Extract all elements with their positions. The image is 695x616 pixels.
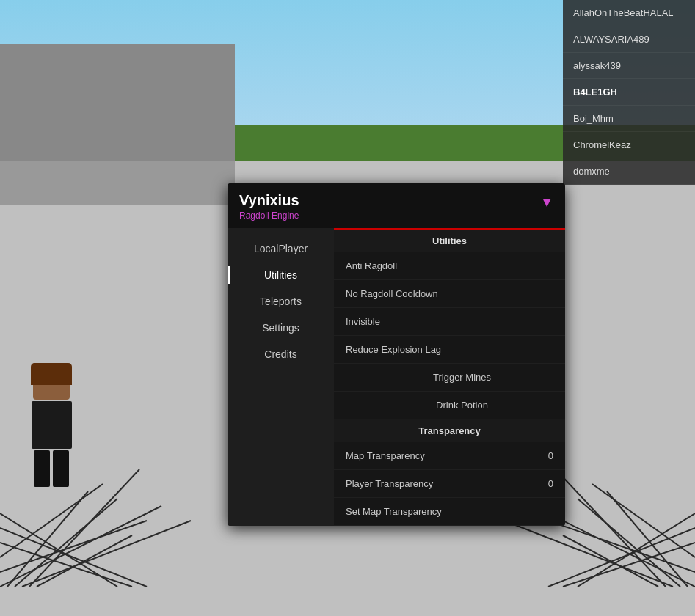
- map-transparency-value[interactable]: 0: [548, 450, 553, 461]
- svg-line-5: [0, 506, 161, 587]
- menu-subtitle: Ragdoll Engine: [239, 210, 299, 221]
- svg-line-11: [578, 499, 680, 587]
- stairs: [0, 44, 235, 205]
- menu-body: LocalPlayer Utilities Teleports Settings…: [228, 228, 565, 526]
- menu-dropdown-button[interactable]: ▼: [540, 195, 553, 210]
- svg-line-12: [592, 484, 695, 557]
- menu-sidebar: LocalPlayer Utilities Teleports Settings…: [228, 228, 334, 526]
- sidebar-item-teleports[interactable]: Teleports: [228, 288, 334, 315]
- player-list-item[interactable]: domxme: [563, 158, 695, 185]
- player-list-item[interactable]: alyssak439: [563, 53, 695, 79]
- player-list-item[interactable]: Boi_Mhm: [563, 106, 695, 132]
- menu-title-block: Vynixius Ragdoll Engine: [239, 192, 299, 221]
- svg-line-3: [29, 469, 139, 587]
- map-transparency-row: Map Transparency 0: [334, 442, 565, 470]
- sidebar-item-credits[interactable]: Credits: [228, 341, 334, 367]
- player-transparency-value[interactable]: 0: [548, 478, 553, 489]
- player-transparency-label: Player Transparency: [346, 478, 433, 489]
- utilities-section-header: Utilities: [334, 228, 565, 252]
- player-list: AllahOnTheBeatHALAL ALWAYSARIA489 alyssa…: [563, 0, 695, 185]
- menu-header: Vynixius Ragdoll Engine ▼: [228, 183, 565, 228]
- svg-line-17: [504, 521, 673, 587]
- transparency-section-header: Transparency: [334, 419, 565, 442]
- set-map-transparency-item[interactable]: Set Map Transparency: [334, 498, 565, 526]
- player-list-item[interactable]: AllahOnTheBeatHALAL: [563, 0, 695, 26]
- player-transparency-row: Player Transparency 0: [334, 470, 565, 498]
- svg-line-13: [607, 491, 688, 587]
- map-transparency-label: Map Transparency: [346, 450, 425, 461]
- player-legs: [22, 450, 81, 487]
- sidebar-item-local-player[interactable]: LocalPlayer: [228, 235, 334, 262]
- svg-line-14: [556, 469, 666, 587]
- svg-line-1: [0, 484, 103, 557]
- main-menu: Vynixius Ragdoll Engine ▼ LocalPlayer Ut…: [228, 183, 565, 526]
- sidebar-item-utilities[interactable]: Utilities: [228, 262, 334, 288]
- no-ragdoll-cooldown-item[interactable]: No Ragdoll Cooldown: [334, 280, 565, 308]
- drink-potion-item[interactable]: Drink Potion: [334, 392, 565, 419]
- menu-title: Vynixius: [239, 192, 299, 209]
- player-body: [32, 401, 72, 449]
- player-character: [22, 367, 81, 484]
- player-leg-left: [34, 450, 50, 487]
- player-head: [33, 367, 70, 400]
- svg-line-6: [22, 521, 191, 587]
- trigger-mines-item[interactable]: Trigger Mines: [334, 364, 565, 392]
- sidebar-item-settings[interactable]: Settings: [228, 315, 334, 341]
- player-hair: [31, 363, 72, 385]
- player-list-item[interactable]: ALWAYSARIA489: [563, 26, 695, 53]
- player-list-item[interactable]: B4LE1GH: [563, 79, 695, 106]
- svg-line-0: [15, 499, 117, 587]
- player-leg-right: [53, 450, 69, 487]
- invisible-item[interactable]: Invisible: [334, 308, 565, 336]
- anti-ragdoll-item[interactable]: Anti Ragdoll: [334, 252, 565, 280]
- reduce-explosion-lag-item[interactable]: Reduce Explosion Lag: [334, 336, 565, 364]
- menu-content: Utilities Anti Ragdoll No Ragdoll Cooldo…: [334, 228, 565, 526]
- svg-line-2: [7, 491, 88, 587]
- player-list-item[interactable]: ChromelKeaz: [563, 132, 695, 158]
